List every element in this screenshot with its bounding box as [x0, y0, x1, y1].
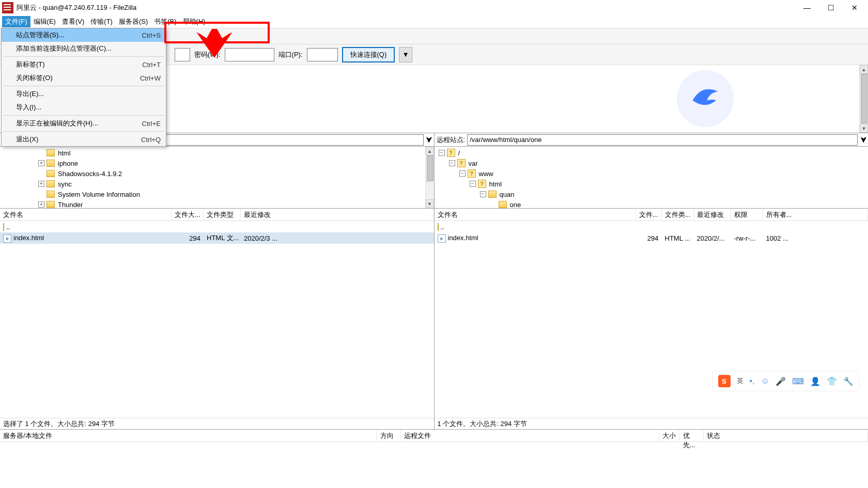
menu-item-export[interactable]: 导出(E)... [2, 87, 166, 101]
port-label: 端口(P): [278, 50, 303, 59]
quickconnect-dropdown[interactable]: ▼ [399, 47, 412, 62]
filezilla-logo-icon: Fz [2, 2, 13, 13]
file-row[interactable]: eindex.html 294 HTML ... 2020/2/... -rw-… [435, 232, 869, 244]
local-tree-scrollbar[interactable]: ▲ ▼ [425, 147, 434, 208]
menu-item-show-edited-files[interactable]: 显示正在被编辑的文件(H)...Ctrl+E [2, 117, 166, 130]
menu-item-add-to-site-manager[interactable]: 添加当前连接到站点管理器(C)... [2, 42, 166, 55]
titlebar: Fz 阿里云 - quan@47.240.67.119 - FileZilla … [0, 0, 868, 15]
menu-item-close-tab[interactable]: 关闭标签(O)Ctrl+W [2, 71, 166, 85]
local-filelist[interactable]: 文件名 文件大... 文件类型 最近修改 .. eindex.html 294 … [0, 209, 434, 429]
remote-tree[interactable]: −?/ −?var −?www −?html −quan one [435, 147, 869, 209]
local-tree[interactable]: html +iphone Shadowsocks-4.1.9.2 +sync S… [0, 147, 434, 209]
menu-item-exit[interactable]: 退出(X)Ctrl+Q [2, 133, 166, 146]
col-name[interactable]: 文件名 [0, 209, 172, 221]
file-menu-dropdown: 站点管理器(S)...Ctrl+S 添加当前连接到站点管理器(C)... 新标签… [1, 28, 166, 147]
menu-server[interactable]: 服务器(S) [116, 16, 151, 27]
ime-user-icon[interactable]: 👤 [810, 376, 820, 386]
tq-col-size[interactable]: 大小 [659, 430, 680, 442]
menubar: 文件(F) 编辑(E) 查看(V) 传输(T) 服务器(S) 书签(B) 帮助(… [0, 15, 868, 28]
local-path-dropdown[interactable]: ⮟ [425, 136, 434, 144]
tq-col-dir[interactable]: 方向 [377, 430, 401, 442]
col-modified-r[interactable]: 最近修改 [694, 209, 731, 221]
menu-file[interactable]: 文件(F) [2, 16, 30, 27]
quickconnect-button[interactable]: 快速连接(Q) [342, 47, 395, 62]
remote-filelist[interactable]: 文件名 文件... 文件类... 最近修改 权限 所有者... .. einde… [435, 209, 869, 429]
col-type-r[interactable]: 文件类... [662, 209, 694, 221]
ime-emoji-icon[interactable]: ☺ [761, 376, 769, 386]
password-label: 密码(W): [194, 50, 221, 59]
close-button[interactable]: ✕ [847, 2, 862, 13]
transfer-queue: 服务器/本地文件 方向 远程文件 大小 优先... 状态 ◀▶ [0, 429, 868, 488]
remote-path-input[interactable] [467, 134, 858, 146]
menu-item-site-manager[interactable]: 站点管理器(S)...Ctrl+S [2, 28, 166, 42]
ime-toolbar[interactable]: S 英 •, ☺ 🎤 ⌨ 👤 👕 🔧 [713, 372, 859, 390]
remote-path-label: 远程站点: [435, 135, 468, 145]
col-modified[interactable]: 最近修改 [241, 209, 434, 221]
file-row-up[interactable]: .. [0, 221, 434, 232]
ime-punct-icon[interactable]: •, [750, 376, 755, 386]
menu-edit[interactable]: 编辑(E) [30, 16, 59, 27]
ime-keyboard-icon[interactable]: ⌨ [792, 376, 804, 386]
tq-col-prio[interactable]: 优先... [680, 430, 704, 442]
ime-tool-icon[interactable]: 🔧 [843, 376, 854, 386]
tq-col-remote[interactable]: 远程文件 [401, 430, 659, 442]
ime-lang[interactable]: 英 [737, 376, 743, 386]
menu-view[interactable]: 查看(V) [59, 16, 87, 27]
ime-mic-icon[interactable]: 🎤 [776, 376, 786, 386]
col-size[interactable]: 文件大... [172, 209, 204, 221]
password-input[interactable] [225, 48, 274, 61]
username-input[interactable] [175, 48, 190, 61]
menu-help[interactable]: 帮助(H) [180, 16, 209, 27]
file-row[interactable]: eindex.html 294 HTML 文... 2020/2/3 ... [0, 232, 434, 244]
local-pane: 本地站点: ⮟ html +iphone Shadowsocks-4.1.9.2… [0, 133, 435, 429]
col-perm-r[interactable]: 权限 [731, 209, 763, 221]
menu-bookmarks[interactable]: 书签(B) [151, 16, 179, 27]
remote-status: 1 个文件。大小总共: 294 字节 [435, 418, 869, 429]
menu-item-import[interactable]: 导入(I)... [2, 101, 166, 114]
port-input[interactable] [307, 48, 338, 61]
tq-col-status[interactable]: 状态 [704, 430, 868, 442]
maximize-button[interactable]: ☐ [824, 2, 838, 13]
col-name-r[interactable]: 文件名 [435, 209, 636, 221]
sogou-icon[interactable]: S [718, 375, 731, 387]
window-controls: — ☐ ✕ [800, 2, 866, 13]
col-size-r[interactable]: 文件... [636, 209, 662, 221]
tq-col-file[interactable]: 服务器/本地文件 [0, 430, 377, 442]
col-owner-r[interactable]: 所有者... [763, 209, 869, 221]
file-row-up[interactable]: .. [435, 221, 869, 232]
menu-transfer[interactable]: 传输(T) [87, 16, 116, 27]
col-type[interactable]: 文件类型 [204, 209, 241, 221]
minimize-button[interactable]: — [800, 2, 814, 13]
local-status: 选择了 1 个文件。大小总共: 294 字节 [0, 418, 434, 429]
remote-path-dropdown[interactable]: ⮟ [859, 136, 868, 144]
menu-item-new-tab[interactable]: 新标签(T)Ctrl+T [2, 58, 166, 71]
ime-skin-icon[interactable]: 👕 [827, 376, 837, 386]
window-title: 阿里云 - quan@47.240.67.119 - FileZilla [17, 3, 800, 12]
thunderbird-logo-icon [677, 70, 734, 127]
messagelog-scrollbar[interactable]: ▲ ▼ [859, 65, 868, 133]
